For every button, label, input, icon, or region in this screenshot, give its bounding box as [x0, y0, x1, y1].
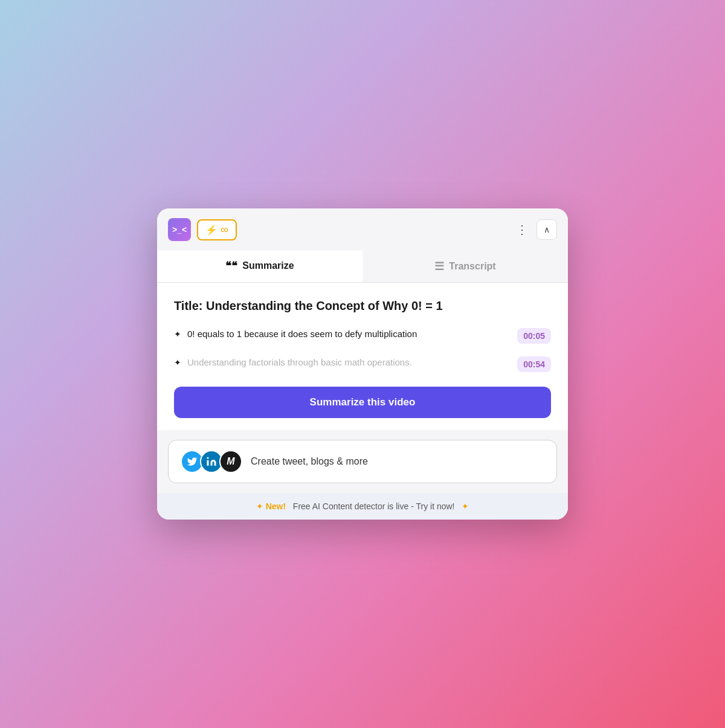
- sparkle-icon-right: ✦: [462, 501, 469, 511]
- time-badge-2[interactable]: 00:54: [517, 356, 551, 372]
- video-title: Title: Understanding the Concept of Why …: [174, 297, 551, 314]
- tab-summarize[interactable]: ❝❝ Summarize: [157, 251, 362, 282]
- card-header: >_< ⚡ ∞ ⋮ ∧: [157, 208, 568, 251]
- new-badge: New!: [266, 501, 286, 511]
- content-area: Title: Understanding the Concept of Why …: [157, 283, 568, 430]
- tab-transcript[interactable]: ☰ Transcript: [362, 251, 568, 282]
- flash-badge[interactable]: ⚡ ∞: [197, 219, 237, 240]
- footer-message: Free AI Content detector is live - Try i…: [293, 501, 455, 511]
- tab-summarize-label: Summarize: [242, 260, 294, 271]
- summary-text-2: Understanding factorials through basic m…: [187, 356, 412, 370]
- social-icons-group: M: [181, 450, 242, 473]
- medium-icon: M: [219, 450, 242, 473]
- summary-text-1: 0! equals to 1 because it does seem to d…: [187, 327, 417, 341]
- infinity-icon: ∞: [221, 224, 228, 236]
- logo-icon: >_<: [168, 218, 191, 241]
- diamond-icon-2: ✦: [174, 358, 181, 367]
- tab-bar: ❝❝ Summarize ☰ Transcript: [157, 251, 568, 283]
- diamond-icon-1: ✦: [174, 329, 181, 339]
- transcript-icon: ☰: [434, 260, 444, 273]
- main-card: >_< ⚡ ∞ ⋮ ∧ ❝❝ Summarize ☰ Transcript Ti…: [157, 208, 568, 520]
- chevron-up-icon: ∧: [544, 225, 550, 234]
- summary-list: ✦ 0! equals to 1 because it does seem to…: [174, 327, 551, 372]
- dots-icon: ⋮: [516, 222, 528, 237]
- item-left-2: ✦ Understanding factorials through basic…: [174, 356, 510, 370]
- card-footer: ✦ New! Free AI Content detector is live …: [157, 493, 568, 520]
- tab-transcript-label: Transcript: [449, 261, 495, 272]
- social-label: Create tweet, blogs & more: [251, 456, 368, 467]
- time-badge-1[interactable]: 00:05: [517, 328, 551, 344]
- social-share-box[interactable]: M Create tweet, blogs & more: [168, 440, 557, 483]
- summary-item-2: ✦ Understanding factorials through basic…: [174, 356, 551, 372]
- collapse-button[interactable]: ∧: [536, 219, 557, 240]
- more-options-button[interactable]: ⋮: [512, 220, 532, 239]
- item-left-1: ✦ 0! equals to 1 because it does seem to…: [174, 327, 510, 341]
- flash-icon: ⚡: [205, 224, 218, 236]
- summary-item-1: ✦ 0! equals to 1 because it does seem to…: [174, 327, 551, 344]
- quote-icon: ❝❝: [225, 259, 237, 272]
- summarize-button[interactable]: Summarize this video: [174, 387, 551, 418]
- header-actions: ⋮ ∧: [512, 219, 557, 240]
- sparkle-icon-left: ✦: [256, 501, 263, 511]
- svg-point-0: [207, 457, 209, 459]
